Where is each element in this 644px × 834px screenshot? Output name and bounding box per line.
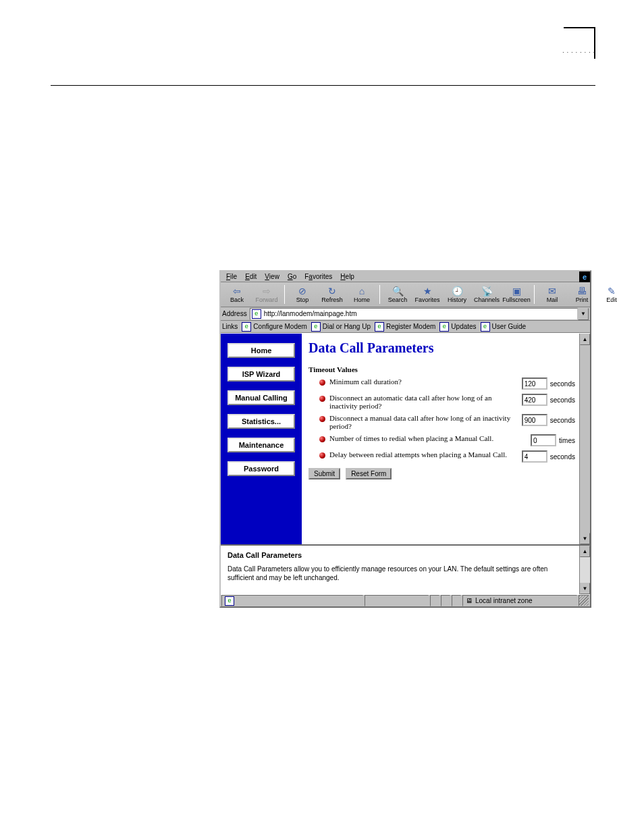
print-label: Print [576,296,589,303]
print-button[interactable]: 🖶Print [568,283,595,306]
favorites-button[interactable]: ★Favorites [414,283,441,306]
menu-edit[interactable]: Edit [241,273,261,280]
param-question: Number of times to redial when placing a… [329,434,531,442]
link-icon: e [481,322,490,332]
stop-label: Stop [296,296,309,303]
sidebar-password[interactable]: Password [227,461,295,476]
menu-view[interactable]: View [261,273,284,280]
mail-button[interactable]: ✉Mail [539,283,566,306]
section-timeout-values: Timeout Values [308,365,575,373]
redial-delay-input[interactable] [522,450,547,463]
history-icon: 🕘 [452,286,462,296]
mail-icon: ✉ [547,286,558,296]
links-bar: Links eConfigure Modem eDial or Hang Up … [221,321,590,333]
sidebar-statistics[interactable]: Statistics... [227,414,295,429]
bullet-icon [319,436,325,442]
auto-disconnect-input[interactable] [522,394,547,406]
toolbar: ⇦Back ⇨Forward ⊘Stop ↻Refresh ⌂Home 🔍Sea… [221,282,590,307]
refresh-label: Refresh [321,296,343,303]
edit-icon: ✎ [606,286,617,296]
channels-icon: 📡 [481,286,492,296]
link-icon: e [439,322,449,332]
ie-logo-icon: e [579,271,590,282]
favorites-label: Favorites [414,296,439,303]
redial-count-input[interactable] [531,434,556,446]
param-question: Delay between redial attempts when placi… [329,450,522,459]
status-bar: e 🖥 Local intranet zone [221,594,590,606]
link-user-guide[interactable]: eUser Guide [481,322,527,332]
sidebar-manual-calling[interactable]: Manual Calling [227,390,295,405]
bullet-icon [319,396,325,402]
manual-disconnect-input[interactable] [522,414,547,426]
stop-button[interactable]: ⊘Stop [289,283,316,306]
address-url: http://lanmodem/mainpage.htm [264,310,357,317]
back-icon: ⇦ [232,286,242,296]
stop-icon: ⊘ [297,286,308,296]
min-call-duration-input[interactable] [522,377,547,390]
page-divider [51,85,595,86]
fullscreen-icon: ▣ [511,286,522,296]
menu-favorites[interactable]: Favorites [300,273,336,280]
menu-help[interactable]: Help [336,273,358,280]
scroll-down-icon[interactable]: ▼ [580,583,590,594]
mail-label: Mail [547,296,558,303]
search-button[interactable]: 🔍Search [384,283,411,306]
zone-label: Local intranet zone [475,597,533,604]
param-row: Number of times to redial when placing a… [308,434,575,446]
link-dial-or-hang-up[interactable]: eDial or Hang Up [311,322,371,332]
scroll-up-icon[interactable]: ▲ [580,546,590,557]
status-left: e [221,595,363,606]
link-icon: e [311,322,321,332]
help-scrollbar[interactable]: ▲ ▼ [579,546,590,594]
unit-label: seconds [550,380,575,388]
status-seg [430,595,439,606]
browser-window: File Edit View Go Favorites Help e ⇦Back… [219,270,591,608]
print-icon: 🖶 [576,286,587,296]
param-question: Disconnect a manual data call after how … [329,414,522,430]
history-button[interactable]: 🕘History [444,283,471,306]
menu-file[interactable]: File [222,273,241,280]
links-label: Links [222,323,238,330]
home-label: Home [354,296,370,303]
client-area: Home ISP Wizard Manual Calling Statistic… [221,333,590,544]
fullscreen-button[interactable]: ▣Fullscreen [503,283,530,306]
main-scrollbar[interactable]: ▲ ▼ [579,334,590,544]
link-register-modem[interactable]: eRegister Modem [375,322,435,332]
home-icon: ⌂ [356,286,367,296]
param-question: Minimum call duration? [329,377,522,386]
resize-grip[interactable] [579,595,589,606]
sidebar-home[interactable]: Home [227,343,295,358]
favorites-icon: ★ [422,286,433,296]
unit-label: seconds [550,417,575,424]
back-button[interactable]: ⇦Back [223,283,250,306]
sidebar-maintenance[interactable]: Maintenance [227,438,295,452]
menu-go[interactable]: Go [284,273,300,280]
forward-label: Forward [255,296,277,303]
link-updates[interactable]: eUpdates [439,322,476,332]
help-title: Data Call Parameters [227,551,572,559]
param-row: Delay between redial attempts when placi… [308,450,575,463]
home-button[interactable]: ⌂Home [348,283,375,306]
reset-form-button[interactable]: Reset Form [346,468,392,479]
submit-button[interactable]: Submit [308,468,340,479]
search-icon: 🔍 [392,286,403,296]
sidebar-isp-wizard[interactable]: ISP Wizard [227,367,295,382]
history-label: History [448,296,466,303]
fullscreen-label: Fullscreen [502,296,531,303]
link-configure-modem[interactable]: eConfigure Modem [242,322,306,332]
channels-button[interactable]: 📡Channels [473,283,500,306]
edit-button[interactable]: ✎Edit [598,283,625,306]
refresh-button[interactable]: ↻Refresh [319,283,346,306]
scroll-up-icon[interactable]: ▲ [580,334,590,345]
help-pane: Data Call Parameters Data Call Parameter… [221,544,590,594]
unit-label: seconds [550,453,575,461]
bullet-icon [319,380,325,386]
address-bar: Address e http://lanmodem/mainpage.htm ▼ [221,307,590,321]
address-input[interactable]: e http://lanmodem/mainpage.htm [250,308,578,320]
link-icon: e [242,322,251,332]
address-label: Address [222,310,250,317]
scroll-down-icon[interactable]: ▼ [580,533,590,544]
address-dropdown[interactable]: ▼ [578,308,589,320]
param-row: Disconnect a manual data call after how … [308,414,575,430]
forward-button[interactable]: ⇨Forward [253,283,280,306]
